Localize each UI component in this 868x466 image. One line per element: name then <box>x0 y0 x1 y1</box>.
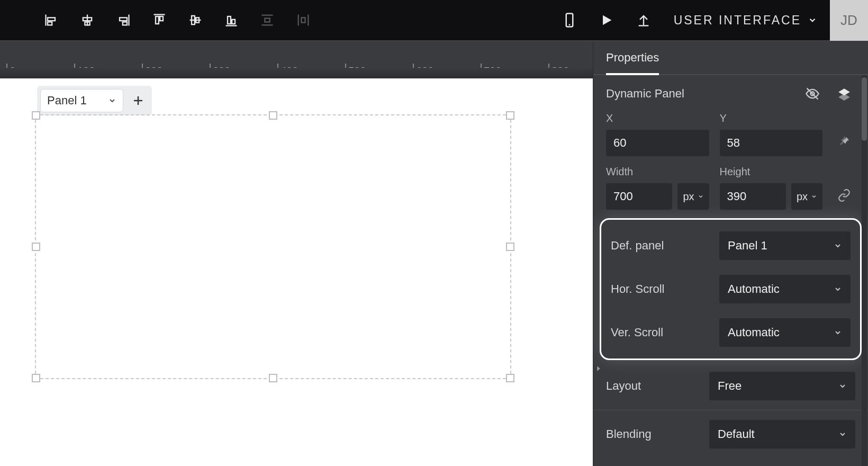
play-icon[interactable] <box>598 11 616 29</box>
element-type-header: Dynamic Panel <box>593 75 868 112</box>
chevron-down-icon <box>834 328 842 337</box>
ruler-tick-label: 200 <box>145 65 162 77</box>
panel-selector: Panel 1 <box>37 86 152 115</box>
svg-rect-11 <box>160 16 163 21</box>
height-unit-dropdown[interactable]: px <box>791 183 822 210</box>
tab-properties[interactable]: Properties <box>606 41 659 74</box>
resize-handle-n[interactable] <box>269 111 277 120</box>
ruler-tick <box>277 64 278 78</box>
layout-select[interactable]: Free <box>709 372 855 400</box>
resize-handle-e[interactable] <box>506 243 514 251</box>
vscroll-select[interactable]: Automatic <box>719 318 851 347</box>
def-panel-value: Panel 1 <box>728 239 767 253</box>
layout-row: Layout Free <box>593 366 868 400</box>
ruler-tick <box>142 64 143 78</box>
chevron-down-icon <box>698 193 704 200</box>
panel-body: Dynamic Panel X <box>593 75 868 466</box>
ruler-tick-minor <box>447 71 448 78</box>
ruler-tick-minor <box>108 71 109 78</box>
plus-icon <box>132 94 144 107</box>
scrollbar-track[interactable] <box>862 75 867 466</box>
vscroll-value: Automatic <box>728 326 780 339</box>
ruler-tick-label: 100 <box>77 65 95 77</box>
svg-marker-26 <box>603 15 611 25</box>
svg-marker-34 <box>838 94 850 101</box>
def-panel-label: Def. panel <box>611 239 664 253</box>
avatar-initials: JD <box>840 12 857 29</box>
align-left-icon[interactable] <box>42 11 60 29</box>
add-panel-button[interactable] <box>128 90 149 111</box>
avatar[interactable]: JD <box>830 0 868 41</box>
resize-handle-sw[interactable] <box>32 374 40 382</box>
pin-icon[interactable] <box>833 131 855 153</box>
ruler-tick-minor <box>311 71 312 78</box>
layers-icon[interactable] <box>833 83 855 105</box>
hscroll-value: Automatic <box>728 282 780 296</box>
ruler-tick <box>74 64 75 78</box>
chevron-down-icon <box>838 382 847 390</box>
svg-rect-16 <box>228 16 231 24</box>
x-label: X <box>606 112 709 124</box>
canvas-column: 0100200300400500600700800900 Panel 1 <box>0 41 593 466</box>
horizontal-ruler: 0100200300400500600700800900 <box>0 41 593 78</box>
blending-row: Blending Default <box>593 420 868 449</box>
ruler-tick <box>210 64 211 78</box>
chevron-down-icon <box>811 193 817 200</box>
y-input[interactable] <box>720 130 823 156</box>
divider <box>593 410 868 410</box>
svg-rect-8 <box>123 22 127 25</box>
resize-handle-w[interactable] <box>32 243 40 251</box>
def-panel-select[interactable]: Panel 1 <box>719 231 851 260</box>
device-preview-icon[interactable] <box>560 11 578 29</box>
ruler-tick-minor <box>379 71 380 78</box>
svg-rect-7 <box>120 17 127 21</box>
distribute-horizontal-icon[interactable] <box>294 11 312 29</box>
upload-icon[interactable] <box>635 11 653 29</box>
scrollbar-thumb[interactable] <box>862 77 867 141</box>
resize-handle-se[interactable] <box>506 374 514 382</box>
align-bottom-icon[interactable] <box>222 11 240 29</box>
app-root: USER INTERFACE JD 0100200300400500600700… <box>0 0 868 466</box>
panel-dropdown[interactable]: Panel 1 <box>40 89 123 112</box>
main-area: 0100200300400500600700800900 Panel 1 <box>0 41 868 466</box>
svg-rect-17 <box>232 20 235 24</box>
align-top-icon[interactable] <box>150 11 168 29</box>
x-input[interactable] <box>606 130 709 156</box>
blending-value: Default <box>718 427 755 441</box>
project-name-dropdown[interactable]: USER INTERFACE <box>674 13 817 28</box>
visibility-icon[interactable] <box>801 83 824 105</box>
ruler-tick-label: 300 <box>213 65 230 77</box>
height-label: Height <box>720 166 823 178</box>
unit-label: px <box>683 191 694 203</box>
alignment-tools <box>42 11 312 29</box>
blending-select[interactable]: Default <box>709 420 855 449</box>
resize-handle-nw[interactable] <box>32 111 40 120</box>
resize-handle-ne[interactable] <box>506 111 514 120</box>
resize-handle-s[interactable] <box>269 374 277 382</box>
properties-panel: Properties Dynamic Panel <box>593 41 868 466</box>
hscroll-label: Hor. Scroll <box>611 282 664 296</box>
svg-rect-1 <box>48 17 55 21</box>
selected-dynamic-panel[interactable] <box>35 114 511 379</box>
distribute-vertical-icon[interactable] <box>258 11 276 29</box>
ruler-tick-minor <box>514 71 516 78</box>
ruler-tick <box>6 64 7 78</box>
height-input[interactable] <box>720 183 786 210</box>
align-center-horizontal-icon[interactable] <box>78 11 96 29</box>
svg-rect-20 <box>265 19 269 22</box>
chevron-down-icon <box>834 285 842 293</box>
ruler-tick-label: 400 <box>281 65 298 77</box>
link-dimensions-icon[interactable] <box>833 184 855 207</box>
canvas-area[interactable]: Panel 1 <box>0 78 593 466</box>
layout-value: Free <box>718 379 742 393</box>
topbar-center <box>312 11 674 29</box>
width-input[interactable] <box>606 183 672 210</box>
align-right-icon[interactable] <box>114 11 132 29</box>
hscroll-select[interactable]: Automatic <box>719 275 851 303</box>
position-row: X Y <box>593 112 868 156</box>
align-middle-vertical-icon[interactable] <box>186 11 204 29</box>
ruler-tick <box>481 64 482 78</box>
blending-label: Blending <box>606 427 652 441</box>
section-collapse-caret[interactable] <box>594 364 603 373</box>
width-unit-dropdown[interactable]: px <box>677 183 709 210</box>
